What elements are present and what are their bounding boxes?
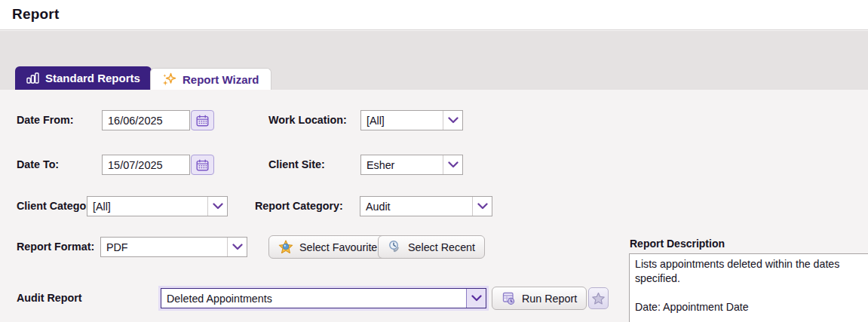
audit-report-dropdown[interactable]: Deleted Appointments (161, 288, 486, 308)
audit-report-label: Audit Report (17, 292, 82, 304)
audit-report-value: Deleted Appointments (161, 289, 466, 308)
report-description-detail: Date: Appointment Date (635, 300, 868, 314)
report-format-dropdown[interactable]: PDF (100, 237, 247, 257)
star-icon (591, 292, 606, 305)
run-report-label: Run Report (522, 293, 577, 305)
tab-standard-reports[interactable]: Standard Reports (15, 66, 152, 90)
date-from-calendar-button[interactable] (191, 110, 214, 130)
date-to-input[interactable] (102, 155, 190, 175)
client-site-value: Esher (361, 155, 443, 174)
report-printer-icon (501, 292, 516, 305)
report-format-dropdown-button[interactable] (227, 238, 247, 256)
client-site-label: Client Site: (268, 158, 325, 170)
favourite-toggle-button[interactable] (588, 287, 609, 309)
calendar-icon (196, 159, 209, 171)
chevron-down-icon (477, 203, 488, 210)
sparkle-icon (162, 72, 176, 87)
date-from-label: Date From: (17, 114, 73, 126)
work-location-label: Work Location: (268, 114, 347, 126)
select-favourite-button[interactable]: Select Favourite (268, 235, 387, 259)
report-description-title: Report Description (630, 238, 725, 250)
tab-label: Standard Reports (45, 72, 140, 84)
history-clock-icon (388, 240, 402, 254)
report-screen: Report Standard Reports Report Wizard Da… (0, 0, 868, 322)
client-category-dropdown-button[interactable] (207, 197, 227, 216)
report-category-value: Audit (360, 197, 472, 216)
report-category-dropdown-button[interactable] (472, 197, 492, 216)
tab-report-wizard[interactable]: Report Wizard (150, 68, 271, 90)
report-format-label: Report Format: (17, 241, 94, 253)
audit-report-dropdown-button[interactable] (466, 289, 486, 308)
client-site-dropdown[interactable]: Esher (360, 155, 463, 175)
client-site-dropdown-button[interactable] (443, 155, 462, 174)
report-category-dropdown[interactable]: Audit (360, 196, 492, 216)
report-description-text: Lists appointments deleted within the da… (635, 257, 868, 286)
client-category-value: [All] (87, 197, 207, 216)
chevron-down-icon (471, 295, 482, 302)
select-recent-button[interactable]: Select Recent (378, 235, 485, 259)
date-to-label: Date To: (17, 158, 59, 170)
chevron-down-icon (448, 161, 459, 168)
star-favourite-icon (278, 240, 293, 254)
page-title: Report (12, 6, 59, 23)
chevron-down-icon (448, 117, 459, 124)
chevron-down-icon (213, 203, 223, 210)
run-report-button[interactable]: Run Report (492, 287, 587, 310)
select-favourite-label: Select Favourite (299, 241, 377, 253)
client-category-dropdown[interactable]: [All] (87, 196, 228, 216)
report-description-box: Lists appointments deleted within the da… (629, 253, 868, 322)
work-location-value: [All] (361, 111, 443, 130)
date-to-calendar-button[interactable] (191, 155, 214, 175)
page-header: Report (0, 0, 868, 30)
chevron-down-icon (232, 244, 243, 250)
calendar-icon (196, 115, 209, 127)
report-category-label: Report Category: (255, 200, 343, 212)
date-from-input[interactable] (102, 110, 190, 130)
bar-chart-icon (26, 72, 39, 84)
report-format-value: PDF (101, 238, 227, 256)
work-location-dropdown-button[interactable] (443, 111, 462, 130)
work-location-dropdown[interactable]: [All] (360, 110, 463, 130)
select-recent-label: Select Recent (408, 241, 475, 253)
tab-label: Report Wizard (182, 73, 259, 86)
